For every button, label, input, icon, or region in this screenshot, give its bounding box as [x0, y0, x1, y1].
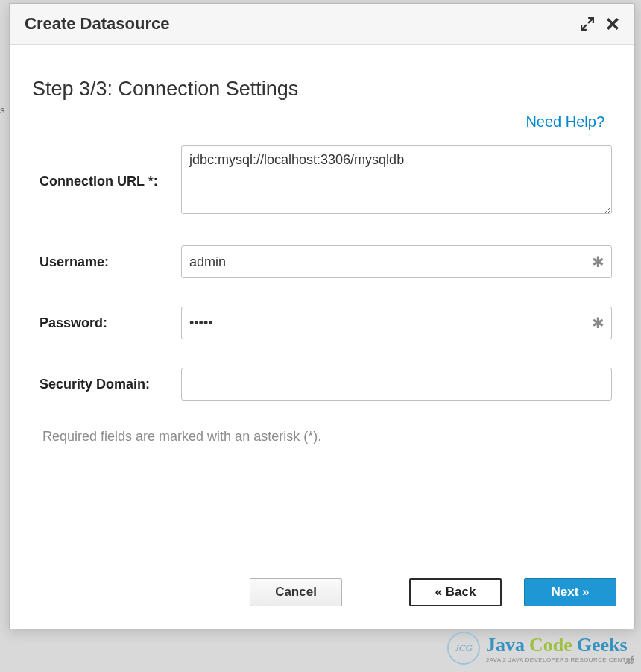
watermark: JCG Java Code Geeks JAVA 2 JAVA DEVELOPE… — [447, 632, 635, 665]
security-domain-row: Security Domain: — [32, 368, 612, 401]
connection-settings-form: Connection URL *: Username: ✱ Password: … — [32, 145, 612, 445]
close-icon[interactable] — [606, 17, 619, 31]
modal-footer: Cancel « Back Next » — [10, 565, 634, 629]
connection-url-label: Connection URL *: — [32, 174, 181, 189]
username-label: Username: — [32, 254, 181, 270]
expand-icon[interactable] — [581, 17, 594, 31]
security-domain-label: Security Domain: — [32, 377, 181, 392]
username-input[interactable] — [181, 245, 612, 278]
modal-title: Create Datasource — [25, 14, 169, 34]
password-input[interactable] — [181, 307, 612, 339]
jcg-logo-icon: JCG — [447, 632, 480, 665]
cancel-button[interactable]: Cancel — [250, 578, 342, 606]
next-button[interactable]: Next » — [524, 578, 616, 606]
security-domain-input[interactable] — [181, 368, 612, 401]
modal-header-actions — [581, 17, 619, 31]
sidebar-peek-text: s — [0, 104, 6, 116]
required-fields-note: Required fields are marked with an aster… — [42, 429, 612, 445]
username-row: Username: ✱ — [32, 245, 612, 278]
watermark-subtitle: JAVA 2 JAVA DEVELOPERS RESOURCE CENTER — [486, 656, 635, 663]
modal-body: Step 3/3: Connection Settings Need Help?… — [10, 45, 634, 565]
watermark-text-block: Java Code Geeks JAVA 2 JAVA DEVELOPERS R… — [486, 634, 635, 663]
back-button[interactable]: « Back — [409, 578, 502, 606]
need-help-link[interactable]: Need Help? — [525, 113, 604, 131]
password-row: Password: ✱ — [32, 307, 612, 339]
connection-url-row: Connection URL *: — [32, 145, 612, 217]
create-datasource-modal: Create Datasource Step 3/3: Connection S… — [9, 3, 635, 629]
connection-url-input[interactable] — [181, 145, 612, 214]
watermark-word-code: Code — [529, 634, 572, 656]
resize-grip-icon[interactable] — [622, 652, 634, 664]
modal-header: Create Datasource — [10, 4, 634, 45]
password-label: Password: — [32, 315, 181, 331]
step-heading: Step 3/3: Connection Settings — [32, 78, 612, 101]
watermark-word-java: Java — [486, 634, 525, 656]
watermark-word-geeks: Geeks — [577, 634, 628, 656]
